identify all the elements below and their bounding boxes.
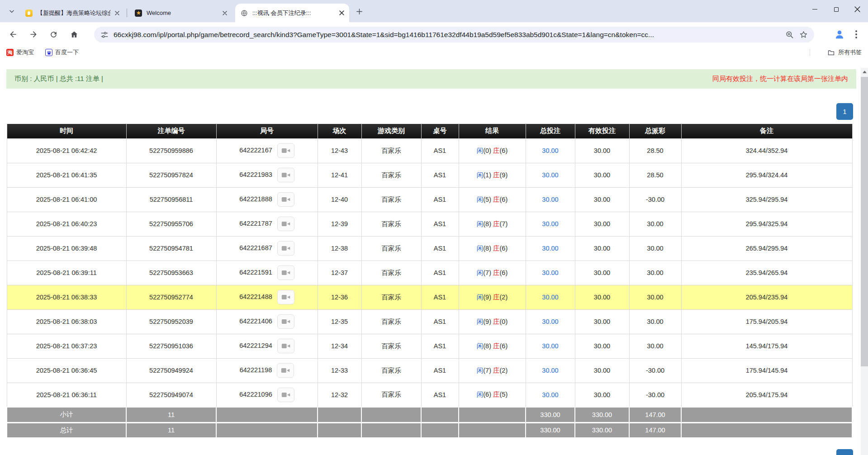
video-replay-button[interactable] [277, 363, 294, 378]
refresh-icon [49, 30, 58, 39]
total-bet-link[interactable]: 30.00 [542, 245, 558, 252]
video-replay-button[interactable] [277, 314, 294, 329]
cell-result: 闲(7) 庄(6) [459, 261, 526, 285]
cell-table-no: AS1 [421, 285, 459, 309]
site-settings-icon[interactable] [100, 31, 109, 39]
back-button[interactable] [6, 28, 20, 41]
close-button[interactable] [847, 0, 868, 19]
pagination-page-1-top[interactable]: 1 [836, 103, 853, 120]
total-bet-link[interactable]: 30.00 [542, 391, 558, 398]
cell-payout: -30.00 [629, 383, 681, 407]
bookmark-baidu[interactable]: 百度一下 [45, 47, 79, 57]
url-text[interactable]: 66cxkj98.com/ipl/portal.php/game/betreco… [114, 31, 780, 39]
cell-valid-bet: 30.00 [575, 236, 629, 261]
total-bet-link[interactable]: 30.00 [542, 367, 558, 374]
banker-points: (5) [500, 391, 508, 398]
total-bet-link[interactable]: 30.00 [542, 342, 558, 350]
new-tab-button[interactable] [354, 6, 365, 17]
all-bookmarks-button[interactable]: 所有书签 [827, 47, 862, 57]
cell-bet-id: 522750952039 [126, 309, 216, 334]
scroll-up-arrow[interactable] [861, 68, 868, 76]
total-bet-link[interactable]: 30.00 [542, 318, 558, 325]
zoom-icon[interactable] [785, 30, 794, 39]
back-icon [9, 30, 18, 39]
total-bet-link[interactable]: 30.00 [542, 269, 558, 276]
tab-close-icon[interactable] [113, 9, 121, 17]
summary-valid-bet: 330.00 [575, 407, 629, 422]
tab-forum[interactable]: 【新提醒】海燕策略论坛综合交 [20, 4, 125, 22]
bookmark-taobao[interactable]: 淘 爱淘宝 [6, 47, 34, 57]
total-bet-link[interactable]: 30.00 [542, 196, 558, 203]
cell-game-type: 百家乐 [361, 261, 421, 285]
header-remark: 备注 [681, 124, 852, 138]
header-game-type: 游戏类别 [361, 124, 421, 138]
profile-avatar[interactable] [833, 28, 846, 41]
total-bet-link[interactable]: 30.00 [542, 147, 558, 154]
cell-payout: 28.50 [629, 163, 681, 187]
cell-valid-bet: 30.00 [575, 383, 629, 407]
globe-icon [241, 9, 248, 17]
video-replay-button[interactable] [277, 265, 294, 280]
minimize-icon [812, 9, 817, 9]
tab-close-icon[interactable] [221, 9, 229, 17]
tab-close-icon[interactable] [337, 9, 346, 17]
header-time: 时间 [7, 124, 126, 138]
cell-total-bet: 30.00 [526, 334, 575, 358]
banker-points: (6) [500, 269, 508, 276]
maximize-icon [834, 7, 839, 12]
cell-remark: 235.94/265.94 [681, 261, 852, 285]
banker-points: (0) [500, 318, 508, 325]
video-replay-button[interactable] [277, 192, 294, 207]
tab-bet-records-active[interactable]: :::视讯 会员下注纪录::: [235, 4, 349, 22]
summary-valid-bet: 330.00 [575, 422, 629, 438]
banker-points: (9) [500, 171, 508, 179]
video-replay-button[interactable] [277, 217, 294, 231]
total-bet-link[interactable]: 30.00 [542, 220, 558, 228]
address-bar[interactable]: 66cxkj98.com/ipl/portal.php/game/betreco… [94, 27, 814, 43]
banker-label: 庄 [493, 391, 500, 398]
video-replay-button[interactable] [277, 290, 294, 304]
minimize-button[interactable] [804, 0, 825, 19]
scrollbar-thumb[interactable] [861, 77, 868, 366]
total-bet-link[interactable]: 30.00 [542, 294, 558, 301]
home-button[interactable] [67, 28, 81, 41]
video-replay-button[interactable] [277, 339, 294, 353]
cell-bet-id: 522750955706 [126, 212, 216, 236]
cell-round: 642221096 [216, 383, 318, 407]
browser-menu-button[interactable] [850, 28, 863, 41]
vertical-scrollbar[interactable] [861, 68, 868, 455]
cell-remark: 324.44/352.94 [681, 138, 852, 163]
cell-time: 2025-08-21 06:40:23 [7, 212, 126, 236]
cell-table-no: AS1 [421, 163, 459, 187]
video-replay-button[interactable] [277, 388, 294, 402]
cell-remark: 325.94/295.94 [681, 187, 852, 212]
cell-bet-id: 522750952774 [126, 285, 216, 309]
tab-welcome[interactable]: Welcome [129, 4, 232, 22]
forward-button[interactable] [27, 28, 40, 41]
tab-search-button[interactable] [5, 5, 18, 18]
banker-points: (6) [500, 196, 508, 203]
player-label: 闲 [477, 147, 484, 154]
cell-payout: 30.00 [629, 334, 681, 358]
video-replay-button[interactable] [277, 168, 294, 182]
cell-time: 2025-08-21 06:36:45 [7, 358, 126, 383]
bookmark-star-icon[interactable] [799, 30, 808, 39]
refresh-button[interactable] [47, 28, 60, 41]
video-replay-button[interactable] [277, 143, 294, 158]
cell-payout: 30.00 [629, 285, 681, 309]
cell-total-bet: 30.00 [526, 236, 575, 261]
player-label: 闲 [477, 342, 484, 350]
header-session: 场次 [318, 124, 361, 138]
cell-table-no: AS1 [421, 187, 459, 212]
banker-label: 庄 [493, 245, 500, 252]
cell-valid-bet: 30.00 [575, 261, 629, 285]
video-replay-button[interactable] [277, 241, 294, 256]
maximize-button[interactable] [825, 0, 847, 19]
cell-game-type: 百家乐 [361, 187, 421, 212]
banker-label: 庄 [493, 171, 500, 179]
pagination-page-1-bottom[interactable]: 1 [836, 449, 853, 455]
total-bet-link[interactable]: 30.00 [542, 171, 558, 179]
cell-payout: 28.50 [629, 138, 681, 163]
cell-remark: 295.94/325.94 [681, 212, 852, 236]
player-points: (7) [483, 367, 491, 374]
